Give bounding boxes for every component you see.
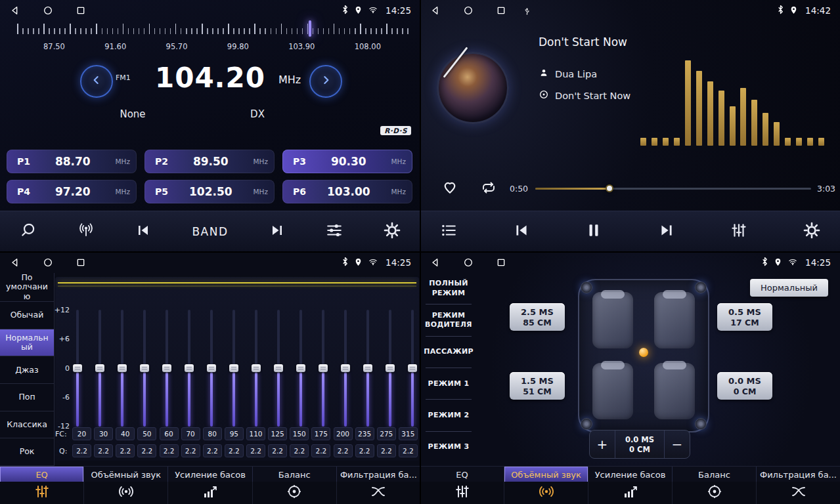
q-value-cell[interactable]: 2.2 (377, 444, 396, 457)
listening-position-handle[interactable] (639, 348, 648, 357)
frequency-ruler[interactable] (17, 24, 409, 38)
eq-preset-4[interactable]: Джаз (0, 356, 54, 384)
playlist-button[interactable] (440, 222, 457, 242)
preset-p2[interactable]: P2 89.50 MHz (144, 150, 275, 173)
tab-surround-icon-cell[interactable] (504, 482, 588, 504)
home-button[interactable] (462, 257, 474, 268)
q-value-cell[interactable]: 2.2 (290, 444, 309, 457)
eq-preset-2[interactable]: Обычай (0, 302, 54, 329)
back-button[interactable] (9, 257, 21, 268)
eq-band-slider-150hz[interactable] (296, 310, 306, 427)
eq-band-slider-50hz[interactable] (139, 310, 150, 427)
previous-station-button[interactable] (135, 222, 151, 241)
seek-knob[interactable] (606, 184, 613, 192)
tab-eq-icon-cell[interactable] (420, 482, 504, 504)
broadcast-button[interactable] (77, 222, 95, 242)
delay-decrease-button[interactable]: − (664, 430, 690, 458)
eq-band-slider-20hz[interactable] (72, 310, 83, 427)
tab-balance-icon-cell[interactable] (673, 482, 757, 504)
fc-value-cell[interactable]: 315 (399, 427, 418, 440)
fc-value-cell[interactable]: 70 (181, 427, 200, 440)
q-value-cell[interactable]: 2.2 (311, 444, 330, 457)
eq-band-slider-95hz[interactable] (229, 310, 239, 427)
seek-bar[interactable] (535, 184, 811, 192)
recents-button[interactable] (75, 257, 87, 268)
stage-mode-3[interactable]: ПАССАЖИР (420, 337, 477, 368)
eq-band-slider-200hz[interactable] (340, 310, 351, 427)
audio-settings-button[interactable] (730, 222, 747, 242)
sound-profile-button[interactable]: Нормальный (750, 279, 828, 297)
tab-bass-icon-cell[interactable] (168, 482, 252, 504)
eq-band-slider-315hz[interactable] (407, 310, 418, 427)
speaker-front-right[interactable] (695, 282, 707, 293)
fc-value-cell[interactable]: 200 (334, 427, 353, 440)
recents-button[interactable] (495, 257, 507, 268)
tab-balance[interactable]: Баланс (253, 467, 337, 482)
q-value-cell[interactable]: 2.2 (94, 444, 113, 457)
tab-surround[interactable]: Объёмный звук (504, 467, 588, 482)
stage-mode-5[interactable]: РЕЖИМ 2 (420, 400, 477, 431)
fc-value-cell[interactable]: 30 (94, 427, 113, 440)
back-button[interactable] (9, 5, 21, 16)
eq-band-slider-60hz[interactable] (162, 310, 172, 427)
preset-p4[interactable]: P4 97.20 MHz (7, 180, 137, 203)
fc-value-cell[interactable]: 110 (246, 427, 265, 440)
favorite-button[interactable] (441, 178, 458, 198)
q-value-cell[interactable]: 2.2 (355, 444, 374, 457)
eq-band-slider-80hz[interactable] (206, 310, 217, 427)
tab-bass-boost[interactable]: Усиление басов (588, 467, 673, 482)
q-value-cell[interactable]: 2.2 (334, 444, 353, 457)
tab-eq-icon-cell[interactable] (0, 482, 84, 504)
tab-eq[interactable]: EQ (420, 467, 504, 482)
speaker-rear-right[interactable] (695, 418, 707, 430)
preset-p5[interactable]: P5 102.50 MHz (144, 180, 275, 203)
delay-front-right[interactable]: 0.5 MS 17 CM (717, 303, 772, 331)
eq-band-slider-175hz[interactable] (318, 310, 328, 427)
tab-filter[interactable]: Фильтрация ба... (337, 467, 420, 482)
fc-value-cell[interactable]: 235 (355, 427, 374, 440)
q-value-cell[interactable]: 2.2 (181, 444, 200, 457)
eq-band-slider-125hz[interactable] (273, 310, 284, 427)
eq-band-slider-30hz[interactable] (95, 310, 105, 427)
eq-band-slider-235hz[interactable] (363, 310, 373, 427)
home-button[interactable] (462, 5, 474, 16)
preset-p3[interactable]: P3 90.30 MHz (282, 150, 412, 173)
eq-band-slider-275hz[interactable] (385, 310, 395, 427)
delay-increase-button[interactable]: + (590, 430, 615, 458)
home-button[interactable] (42, 5, 54, 16)
recents-button[interactable] (75, 5, 87, 16)
speaker-front-left[interactable] (581, 282, 592, 293)
eq-preset-3[interactable]: Нормальный (0, 329, 54, 357)
q-value-cell[interactable]: 2.2 (72, 444, 91, 457)
tab-filter[interactable]: Фильтрация ба... (757, 467, 840, 482)
fc-value-cell[interactable]: 125 (268, 427, 287, 440)
fc-value-cell[interactable]: 175 (311, 427, 330, 440)
tab-balance-icon-cell[interactable] (253, 482, 337, 504)
fc-value-cell[interactable]: 60 (160, 427, 179, 440)
scan-button[interactable] (20, 222, 37, 242)
tab-balance[interactable]: Баланс (673, 467, 757, 482)
q-value-cell[interactable]: 2.2 (399, 444, 418, 457)
q-value-cell[interactable]: 2.2 (116, 444, 135, 457)
eq-band-slider-40hz[interactable] (117, 310, 127, 427)
fc-value-cell[interactable]: 275 (377, 427, 396, 440)
tuner-settings-button[interactable] (326, 222, 343, 242)
q-value-cell[interactable]: 2.2 (137, 444, 156, 457)
back-button[interactable] (430, 257, 441, 268)
next-track-button[interactable] (658, 222, 675, 242)
tab-eq[interactable]: EQ (0, 467, 84, 482)
eq-preset-7[interactable]: Рок (0, 438, 54, 466)
preset-p1[interactable]: P1 88.70 MHz (7, 150, 137, 173)
q-value-cell[interactable]: 2.2 (160, 444, 179, 457)
q-value-cell[interactable]: 2.2 (268, 444, 287, 457)
tab-filter-icon-cell[interactable] (757, 482, 840, 504)
band-button[interactable]: BAND (192, 225, 228, 238)
pause-button[interactable] (585, 222, 602, 242)
delay-front-left[interactable]: 2.5 MS 85 CM (510, 303, 565, 331)
eq-preset-6[interactable]: Классика (0, 411, 54, 439)
tab-bass-boost[interactable]: Усиление басов (168, 467, 252, 482)
q-value-cell[interactable]: 2.2 (203, 444, 222, 457)
fc-value-cell[interactable]: 80 (203, 427, 222, 440)
stage-mode-2[interactable]: РЕЖИМ ВОДИТЕЛЯ (420, 304, 477, 336)
tab-filter-icon-cell[interactable] (337, 482, 420, 504)
